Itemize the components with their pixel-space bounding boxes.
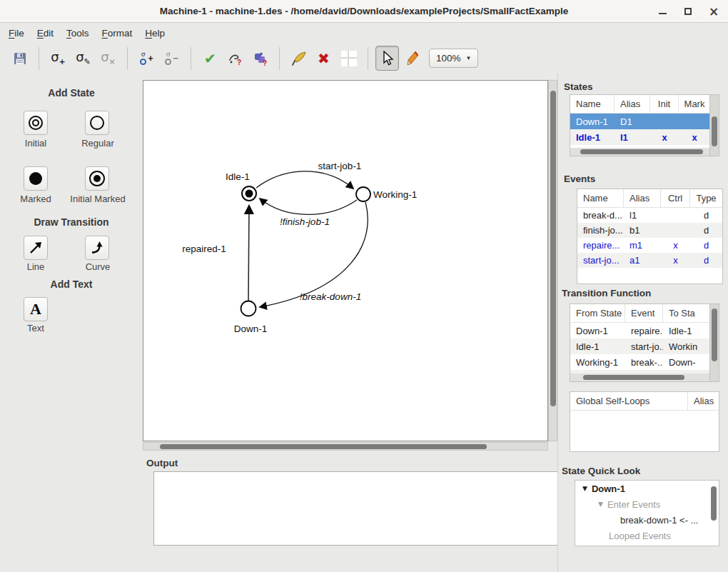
table-row[interactable]: Idle-1 start-jo... Workin — [570, 338, 709, 354]
add-selfloop-button[interactable]: σ+ — [135, 46, 158, 71]
select-tool-button[interactable] — [375, 46, 399, 71]
draw-tool-button[interactable] — [400, 46, 424, 71]
edit-event-button[interactable]: σ✎ — [71, 46, 95, 71]
canvas-vertical-scrollbar[interactable] — [548, 80, 557, 441]
table-row[interactable]: break-d... l1 d — [577, 208, 722, 223]
add-event-button[interactable]: σ+ — [46, 46, 70, 71]
delete-button[interactable]: ✖ — [312, 46, 335, 71]
table-row[interactable]: Working-1 break-... Down- — [570, 354, 709, 370]
column-header[interactable]: Alias — [688, 392, 719, 411]
column-header[interactable]: Alias — [615, 95, 650, 114]
column-header[interactable]: Mark — [679, 95, 710, 114]
column-header[interactable]: From State — [570, 304, 625, 323]
marked-label: Marked — [20, 194, 51, 204]
state-working-1[interactable]: Working-1 — [356, 187, 417, 201]
maximize-button[interactable] — [682, 6, 694, 17]
scrollbar-thumb[interactable] — [160, 444, 487, 449]
transition-finish-job-1[interactable]: !finish-job-1 — [260, 199, 357, 227]
tree-item-break-down[interactable]: break-down-1 <- ... — [575, 512, 719, 528]
annotate-button[interactable] — [287, 46, 310, 71]
output-console[interactable] — [153, 471, 560, 546]
minimize-button[interactable] — [657, 6, 668, 17]
draw-line-transition-button[interactable] — [24, 236, 48, 260]
add-text-button[interactable]: A — [24, 297, 48, 321]
svg-text:!finish-job-1: !finish-job-1 — [280, 216, 330, 227]
column-header[interactable]: Ctrl — [661, 189, 690, 208]
states-horizontal-scrollbar[interactable] — [570, 148, 710, 156]
grid-button[interactable] — [337, 46, 360, 71]
scrollbar-thumb[interactable] — [583, 375, 684, 380]
add-state-header: Add State — [0, 87, 143, 99]
table-row[interactable]: Down-1 D1 — [570, 114, 709, 129]
maximize-icon — [684, 8, 692, 15]
selfloop-plus-icon: σ — [140, 51, 146, 65]
column-header[interactable]: Alias — [624, 189, 661, 208]
menu-file[interactable]: File — [9, 26, 31, 41]
check-integrity-button[interactable]: ? — [248, 46, 272, 71]
zoom-dropdown[interactable]: 100% ▼ — [429, 49, 478, 68]
state-quick-look-tree: ▼ Down-1 ▼ Enter Events break-down-1 <- … — [575, 480, 719, 546]
toolbar-separator — [127, 47, 128, 70]
draw-curve-transition-button[interactable] — [85, 236, 109, 260]
column-header[interactable]: Name — [570, 95, 615, 114]
save-button[interactable] — [8, 46, 31, 71]
svg-text:Working-1: Working-1 — [373, 189, 417, 200]
states-vertical-scrollbar[interactable] — [710, 94, 719, 156]
canvas-horizontal-scrollbar[interactable] — [143, 442, 548, 451]
column-header[interactable]: To Sta — [663, 304, 710, 323]
svg-text:?: ? — [263, 59, 267, 67]
add-initial-marked-state-button[interactable] — [85, 166, 109, 191]
add-marked-state-button[interactable] — [24, 166, 48, 191]
close-button[interactable]: × — [708, 6, 719, 17]
validate-button[interactable]: ✔ — [198, 46, 222, 71]
draw-transition-header: Draw Transition — [0, 216, 143, 228]
column-header[interactable]: Name — [577, 189, 624, 208]
line-arrow-icon — [29, 241, 43, 255]
add-regular-state-button[interactable] — [85, 111, 109, 135]
menu-format[interactable]: Format — [102, 26, 140, 41]
initial-state-icon — [29, 116, 43, 130]
quicklook-scrollbar-thumb[interactable] — [711, 486, 717, 521]
transition-horizontal-scrollbar[interactable] — [570, 373, 710, 381]
scrollbar-thumb[interactable] — [712, 116, 717, 146]
triangle-down-icon[interactable]: ▼ — [598, 501, 603, 508]
tree-item-looped-events[interactable]: Looped Events — [575, 528, 719, 543]
close-icon: × — [709, 6, 719, 18]
triangle-down-icon[interactable]: ▼ — [582, 485, 587, 492]
letter-a-icon: A — [30, 301, 41, 317]
table-row[interactable]: Idle-1 I1 x x — [570, 129, 709, 145]
transition-function-header: Transition Function — [562, 288, 651, 298]
transition-vertical-scrollbar[interactable] — [710, 303, 719, 382]
drawing-canvas[interactable]: start-job-1 !finish-job-1 repaired-1 !br… — [143, 80, 548, 441]
delete-event-button[interactable]: σ× — [96, 46, 120, 71]
table-row[interactable]: start-jo... a1 x d — [577, 253, 722, 268]
state-down-1[interactable]: Down-1 — [234, 301, 268, 335]
svg-text:repaired-1: repaired-1 — [182, 244, 226, 254]
column-header[interactable]: Event — [625, 304, 663, 323]
table-row[interactable]: finish-jo... b1 d — [577, 223, 722, 238]
menu-tools[interactable]: Tools — [66, 26, 96, 41]
transition-function-table: From State Event To Sta Down-1 repaire..… — [570, 303, 710, 382]
initial-label: Initial — [25, 138, 46, 149]
column-header[interactable]: Init — [650, 95, 679, 114]
tree-item-down-1[interactable]: ▼ Down-1 — [575, 481, 719, 496]
scrollbar-thumb[interactable] — [550, 91, 556, 406]
add-initial-state-button[interactable] — [24, 111, 48, 135]
scrollbar-thumb[interactable] — [712, 308, 717, 361]
table-row[interactable]: repaire... m1 x d — [577, 238, 722, 253]
menu-edit[interactable]: Edit — [37, 26, 61, 41]
transition-repaired-1[interactable]: repaired-1 — [182, 206, 249, 301]
column-header[interactable]: Type — [690, 189, 722, 208]
quill-icon — [290, 49, 308, 68]
sigma-x-icon: σ× — [101, 51, 116, 66]
menu-help[interactable]: Help — [145, 26, 172, 41]
remove-selfloop-button[interactable]: σ− — [160, 46, 183, 71]
check-drawing-button[interactable]: ? — [223, 46, 247, 71]
table-row[interactable]: Down-1 repaire... Idle-1 — [570, 323, 709, 338]
transition-start-job-1[interactable]: start-job-1 — [256, 161, 361, 189]
column-header[interactable]: Global Self-Loops — [570, 392, 688, 411]
scrollbar-thumb[interactable] — [580, 149, 703, 154]
tree-item-enter-events[interactable]: ▼ Enter Events — [575, 496, 719, 512]
add-text-header: Add Text — [0, 279, 143, 290]
state-idle-1[interactable]: Idle-1 — [226, 171, 256, 201]
